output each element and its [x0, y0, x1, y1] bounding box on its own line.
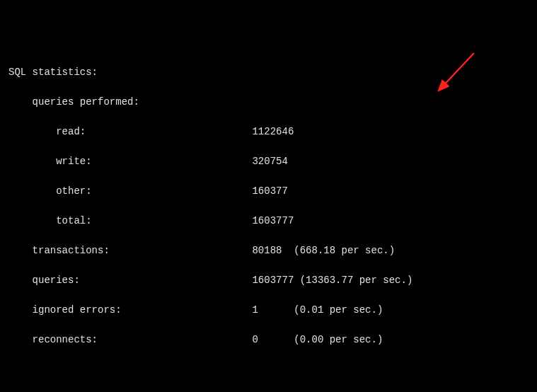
write-value: 320754	[252, 156, 287, 167]
total-label: total:	[8, 215, 252, 226]
total-value: 1603777	[252, 215, 294, 226]
total-row: total: 1603777	[8, 214, 529, 229]
ignored-errors-label: ignored errors:	[8, 304, 252, 316]
write-row: write: 320754	[8, 154, 529, 169]
sql-stats-header: SQL statistics:	[8, 65, 529, 80]
transactions-label: transactions:	[8, 245, 252, 256]
reconnects-label: reconnects:	[8, 334, 252, 345]
read-label: read:	[8, 126, 252, 137]
queries-label: queries:	[8, 275, 252, 286]
other-value: 160377	[252, 185, 287, 197]
ignored-errors-row: ignored errors: 1 (0.01 per sec.)	[8, 303, 529, 318]
ignored-errors-value: 1 (0.01 per sec.)	[252, 304, 383, 316]
reconnects-row: reconnects: 0 (0.00 per sec.)	[8, 333, 529, 347]
write-label: write:	[8, 156, 252, 167]
read-row: read: 1122646	[8, 125, 529, 139]
read-value: 1122646	[252, 126, 294, 137]
reconnects-value: 0 (0.00 per sec.)	[252, 334, 383, 345]
other-label: other:	[8, 185, 252, 197]
queries-value: 1603777 (13363.77 per sec.)	[252, 275, 412, 286]
queries-performed-header: queries performed:	[8, 95, 529, 110]
queries-row: queries: 1603777 (13363.77 per sec.)	[8, 273, 529, 288]
transactions-value: 80188 (668.18 per sec.)	[252, 245, 395, 256]
blank-line	[8, 362, 529, 377]
other-row: other: 160377	[8, 184, 529, 199]
transactions-row: transactions: 80188 (668.18 per sec.)	[8, 243, 529, 258]
